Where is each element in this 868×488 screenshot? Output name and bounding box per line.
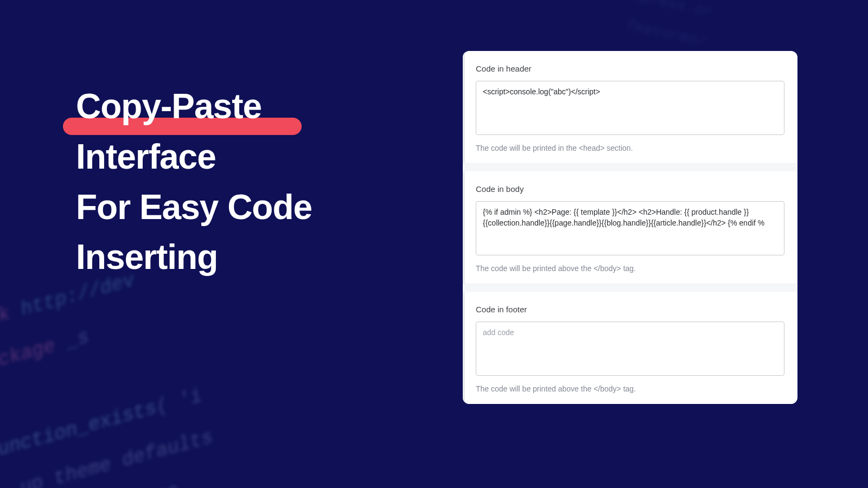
- headline-line-3: For Easy Code: [76, 182, 312, 233]
- textarea-code-body[interactable]: [476, 201, 784, 255]
- card-accent: [463, 292, 465, 404]
- code-insert-panel: Code in header The code will be printed …: [463, 51, 797, 404]
- card-code-header: Code in header The code will be printed …: [463, 51, 797, 164]
- headline-line-2: Interface: [76, 132, 312, 182]
- helper-code-header: The code will be printed in the <head> s…: [476, 144, 784, 152]
- helper-code-footer: The code will be printed above the </bod…: [476, 384, 784, 393]
- headline-line-1: Copy-Paste: [76, 87, 261, 126]
- card-accent: [463, 51, 465, 163]
- label-code-footer: Code in footer: [476, 305, 784, 314]
- card-accent: [463, 171, 465, 284]
- headline-highlight: Copy-Paste: [76, 81, 261, 132]
- headline: Copy-Paste Interface For Easy Code Inser…: [76, 81, 312, 282]
- label-code-header: Code in header: [476, 64, 784, 73]
- label-code-body: Code in body: [476, 184, 784, 194]
- headline-line-4: Inserting: [76, 232, 312, 282]
- card-code-body: Code in body The code will be printed ab…: [463, 171, 797, 284]
- card-code-footer: Code in footer The code will be printed …: [463, 292, 797, 404]
- textarea-code-header[interactable]: [476, 81, 784, 135]
- textarea-code-footer[interactable]: [476, 322, 784, 376]
- helper-code-body: The code will be printed above the </bod…: [476, 264, 784, 273]
